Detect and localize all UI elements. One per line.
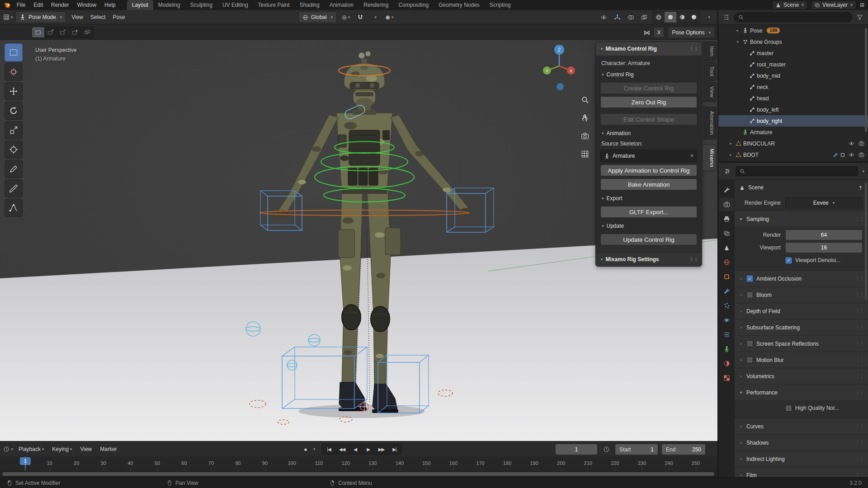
tool-scale-button[interactable] — [5, 121, 23, 139]
viewlayer-selector[interactable]: ViewLayer × — [811, 0, 856, 9]
workspace-tab-shading[interactable]: Shading — [295, 0, 325, 10]
performance-panel-header[interactable]: ▾Performance⋮⋮ — [735, 384, 868, 400]
mixamo-panel-header[interactable]: ▾ Mixamo Control Rig ⋮⋮ — [596, 42, 702, 56]
tool-measure-button[interactable] — [5, 179, 23, 197]
properties-tab-constraints[interactable] — [719, 328, 734, 341]
viewport-menu-view[interactable]: View — [68, 14, 87, 20]
properties-tab-viewlayer[interactable] — [719, 227, 734, 240]
viewport-denoising-checkbox[interactable]: ✓ — [785, 257, 792, 264]
zero-out-rig-button[interactable]: Zero Out Rig — [600, 96, 697, 108]
properties-tab-physics[interactable] — [719, 314, 734, 327]
timeline-scrollbar[interactable] — [0, 471, 717, 477]
breadcrumb-scene[interactable]: Scene — [748, 184, 854, 191]
panel-grip-icon[interactable]: ⋮⋮ — [855, 472, 864, 477]
menu-edit[interactable]: Edit — [29, 0, 47, 10]
shading-material-button[interactable] — [676, 12, 688, 23]
menu-render[interactable]: Render — [47, 0, 73, 10]
outliner-row-neck[interactable]: neck — [718, 81, 868, 93]
indirect-lighting-panel-header[interactable]: ›Indirect Lighting⋮⋮ — [735, 450, 868, 467]
panel-grip-icon[interactable]: ⋮⋮ — [855, 292, 864, 298]
export-section-header[interactable]: ▾Export — [600, 193, 697, 204]
panel-grip-icon[interactable]: ⋮⋮ — [855, 423, 864, 429]
transform-orientation-dropdown[interactable]: Global ▾ — [298, 11, 337, 23]
play-button[interactable]: ▶ — [362, 444, 375, 455]
play-reverse-button[interactable]: ◀ — [349, 444, 362, 455]
viewport-menu-pose[interactable]: Pose — [109, 14, 128, 20]
axis-neg-z-ball[interactable] — [557, 83, 564, 90]
timeline-menu-keying[interactable]: Keying▾ — [48, 446, 76, 452]
properties-search-input[interactable] — [736, 166, 858, 176]
timeline-menu-playback[interactable]: Playback▾ — [14, 446, 48, 452]
properties-tab-tool[interactable] — [719, 183, 734, 197]
render-engine-dropdown[interactable]: Eevee ▾ — [785, 197, 863, 208]
screen-space-reflections-panel-header[interactable]: ›Screen Space Reflections⋮⋮ — [735, 335, 868, 352]
preview-range-clock-button[interactable] — [601, 444, 612, 455]
panel-grip-icon[interactable]: ⋮⋮ — [855, 373, 864, 379]
proportional-editing-button[interactable]: ◉▾ — [384, 12, 395, 23]
properties-tab-data[interactable] — [719, 343, 734, 356]
sidebar-tab-mixamo[interactable]: Mixamo — [703, 144, 717, 172]
outliner-row-head[interactable]: head — [718, 93, 868, 104]
properties-tab-world[interactable] — [719, 256, 734, 269]
workspace-tab-modeling[interactable]: Modeling — [153, 0, 185, 10]
workspace-tab-scripting[interactable]: Scripting — [485, 0, 516, 10]
menu-help[interactable]: Help — [100, 0, 120, 10]
tool-move-button[interactable] — [5, 82, 23, 100]
scene-selector[interactable]: Scene × — [772, 0, 807, 9]
timeline-ruler[interactable]: 1 11020304050607080901001101201301401501… — [0, 456, 717, 471]
properties-tab-render[interactable] — [719, 198, 734, 211]
properties-scrollbar[interactable] — [865, 183, 867, 300]
motion-blur-checkbox[interactable] — [746, 357, 753, 363]
current-frame-field[interactable]: 1 — [555, 444, 598, 455]
sidebar-tab-item[interactable]: Item — [703, 42, 717, 61]
eye-toggle[interactable] — [847, 151, 855, 159]
timeline-menu-marker[interactable]: Marker — [96, 446, 121, 452]
render-samples-field[interactable]: 64 — [785, 230, 863, 240]
select-invert-button[interactable] — [69, 27, 81, 38]
control-rig-section-header[interactable]: ▾Control Rig — [600, 69, 697, 80]
expander-icon[interactable]: ▸ — [728, 141, 734, 145]
depth-of-field-panel-header[interactable]: ›Depth of Field⋮⋮ — [735, 303, 868, 319]
3d-viewport[interactable]: Z X Y User Perspective (1) Armature ▾ Mi… — [0, 40, 717, 441]
outliner-row-bone-groups[interactable]: ▾Bone Groups — [718, 36, 868, 47]
next-keyframe-button[interactable]: ▶▶ — [375, 444, 388, 455]
visibility-dropdown[interactable] — [598, 12, 609, 23]
eye-toggle[interactable] — [847, 140, 855, 148]
tool-annotate-button[interactable] — [5, 160, 23, 178]
new-viewlayer-button[interactable]: ⊞ — [860, 2, 864, 8]
menu-file[interactable]: File — [13, 0, 29, 10]
frame-end-field[interactable]: End 250 — [661, 444, 706, 455]
jump-start-button[interactable]: |◀ — [322, 444, 335, 455]
outliner-row-body-right[interactable]: body_right — [718, 115, 868, 127]
panel-grip-icon[interactable]: ⋮⋮ — [855, 357, 864, 363]
properties-tab-output[interactable] — [719, 212, 734, 225]
jump-end-button[interactable]: ▶| — [388, 444, 401, 455]
timeline-menu-view[interactable]: View — [76, 446, 96, 452]
tool-transform-button[interactable] — [5, 141, 23, 159]
snapping-dropdown[interactable]: ▾ — [369, 12, 380, 23]
mirror-x-toggle[interactable]: X — [653, 27, 664, 38]
workspace-tab-compositing[interactable]: Compositing — [393, 0, 434, 10]
select-subtract-button[interactable] — [57, 27, 69, 38]
workspace-tab-rendering[interactable]: Rendering — [359, 0, 393, 10]
outliner-editor-type-button[interactable] — [721, 12, 732, 23]
outliner-row-pose[interactable]: ▸Pose199 — [718, 25, 868, 36]
remove-viewlayer-button[interactable]: × — [850, 2, 853, 8]
properties-tab-scene[interactable] — [719, 241, 734, 254]
tool-breakdowner-button[interactable] — [5, 199, 23, 217]
prev-keyframe-button[interactable]: ◀◀ — [335, 444, 349, 455]
clear-source-button[interactable]: × — [690, 153, 693, 159]
outliner-row-binocular[interactable]: ▸BINOCULAR — [718, 138, 868, 149]
update-section-header[interactable]: ▾Update — [600, 221, 697, 231]
viewport-grid-button[interactable] — [578, 147, 592, 161]
show-gizmo-button[interactable] — [612, 12, 623, 23]
viewport-camera-button[interactable] — [578, 129, 592, 143]
high-quality-normals-checkbox[interactable] — [785, 405, 792, 412]
select-new-button[interactable] — [32, 27, 44, 38]
outliner-row-armature[interactable]: Armature — [718, 127, 868, 138]
camera-toggle[interactable] — [857, 151, 865, 159]
pin-icon[interactable] — [858, 185, 863, 191]
viewport-magnifier-button[interactable] — [578, 93, 592, 107]
gltf-export-button[interactable]: GLTF Export... — [600, 206, 697, 218]
workspace-tab-geometry-nodes[interactable]: Geometry Nodes — [434, 0, 485, 10]
